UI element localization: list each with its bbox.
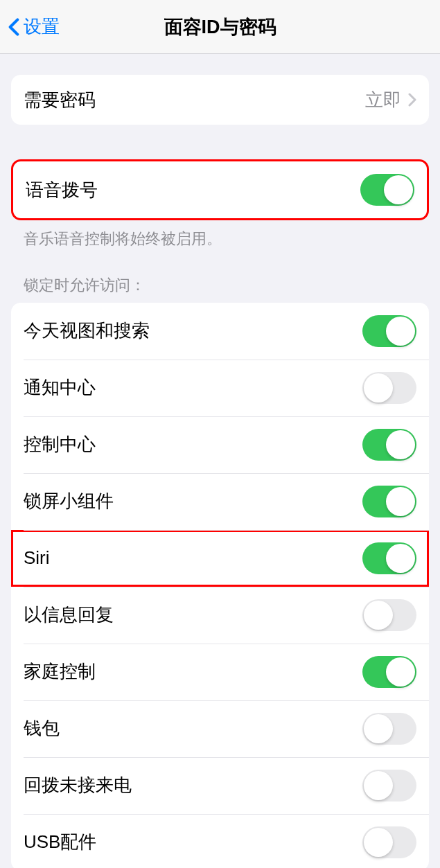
siri-row: Siri xyxy=(11,530,429,587)
return-missed-calls-toggle[interactable] xyxy=(362,770,416,801)
toggle-knob xyxy=(364,373,393,402)
passcode-group: 需要密码 立即 xyxy=(11,75,429,125)
voice-dial-footer: 音乐语音控制将始终被启用。 xyxy=(11,220,429,250)
control-center-label: 控制中心 xyxy=(24,432,96,457)
notification-center-label: 通知中心 xyxy=(24,375,96,400)
navigation-header: 设置 面容ID与密码 xyxy=(0,0,440,54)
usb-accessories-row: USB配件 xyxy=(11,814,429,868)
voice-dial-group: 语音拨号 xyxy=(11,159,429,220)
page-title: 面容ID与密码 xyxy=(164,15,276,39)
siri-label: Siri xyxy=(24,547,50,569)
home-control-toggle[interactable] xyxy=(362,656,416,688)
toggle-knob xyxy=(364,601,393,630)
lock-access-header: 锁定时允许访问： xyxy=(11,250,429,303)
chevron-left-icon xyxy=(8,17,19,37)
toggle-knob xyxy=(386,317,415,346)
siri-toggle[interactable] xyxy=(362,542,416,574)
usb-accessories-label: USB配件 xyxy=(24,830,96,854)
usb-accessories-toggle[interactable] xyxy=(362,826,416,858)
toggle-knob xyxy=(386,430,415,459)
notification-center-toggle[interactable] xyxy=(362,372,416,404)
return-missed-calls-label: 回拨未接来电 xyxy=(24,773,132,797)
toggle-knob xyxy=(364,828,393,857)
home-control-row: 家庭控制 xyxy=(11,644,429,700)
require-passcode-label: 需要密码 xyxy=(24,88,96,112)
wallet-row: 钱包 xyxy=(11,700,429,757)
home-control-label: 家庭控制 xyxy=(24,659,96,684)
today-view-toggle[interactable] xyxy=(362,315,416,347)
require-passcode-value: 立即 xyxy=(365,88,401,112)
return-missed-calls-row: 回拨未接来电 xyxy=(11,757,429,814)
control-center-toggle[interactable] xyxy=(362,429,416,461)
toggle-knob xyxy=(386,544,415,573)
wallet-label: 钱包 xyxy=(24,716,60,741)
toggle-knob xyxy=(386,487,415,516)
lock-screen-widgets-row: 锁屏小组件 xyxy=(11,473,429,530)
voice-dial-toggle[interactable] xyxy=(360,174,414,206)
require-passcode-row[interactable]: 需要密码 立即 xyxy=(11,75,429,125)
toggle-knob xyxy=(364,714,393,743)
chevron-right-icon xyxy=(408,93,416,107)
back-label: 设置 xyxy=(24,15,60,39)
wallet-toggle[interactable] xyxy=(362,713,416,745)
back-button[interactable]: 设置 xyxy=(0,15,60,39)
toggle-knob xyxy=(364,771,393,800)
control-center-row: 控制中心 xyxy=(11,416,429,473)
reply-with-message-toggle[interactable] xyxy=(362,599,416,631)
reply-with-message-label: 以信息回复 xyxy=(24,603,114,627)
reply-with-message-row: 以信息回复 xyxy=(11,587,429,644)
lock-screen-widgets-label: 锁屏小组件 xyxy=(24,489,114,513)
today-view-row: 今天视图和搜索 xyxy=(11,303,429,360)
voice-dial-row: 语音拨号 xyxy=(13,161,427,218)
notification-center-row: 通知中心 xyxy=(11,360,429,416)
today-view-label: 今天视图和搜索 xyxy=(24,319,150,343)
lock-access-group: 今天视图和搜索 通知中心 控制中心 锁屏小组件 Siri 以信息回复 家庭控制 xyxy=(11,303,429,868)
toggle-knob xyxy=(386,657,415,687)
toggle-knob xyxy=(384,175,413,204)
lock-screen-widgets-toggle[interactable] xyxy=(362,486,416,517)
require-passcode-value-wrap: 立即 xyxy=(365,88,416,112)
voice-dial-label: 语音拨号 xyxy=(26,178,98,202)
